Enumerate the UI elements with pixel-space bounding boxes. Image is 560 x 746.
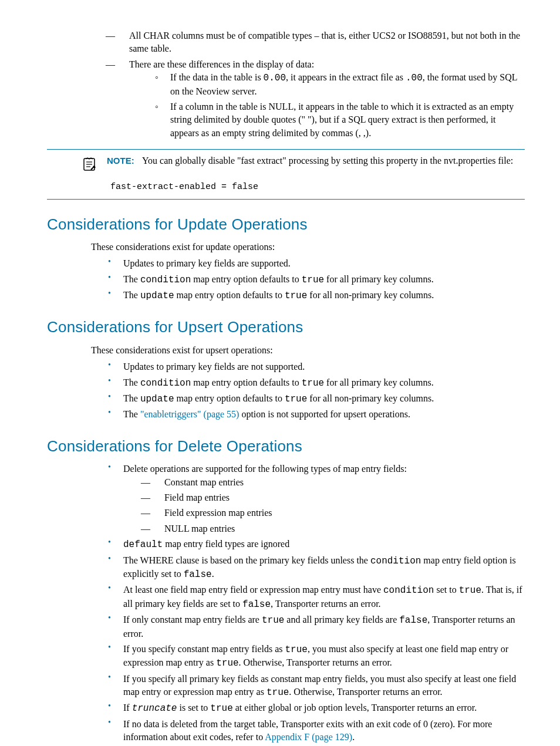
list-item: Updates to primary key fields are suppor… bbox=[106, 257, 525, 270]
text: Delete operations are supported for the … bbox=[123, 464, 407, 474]
text: You can globally disable "fast extract" … bbox=[142, 156, 513, 166]
code: condition bbox=[140, 275, 191, 285]
list-item: The "enabletriggers" (page 55) option is… bbox=[106, 408, 525, 421]
text: map entry option defaults to bbox=[174, 290, 284, 300]
text: . bbox=[352, 732, 355, 742]
list-item: The WHERE clause is based on the primary… bbox=[106, 554, 525, 582]
list-item: All CHAR columns must be of compatible t… bbox=[106, 29, 525, 56]
code: update bbox=[140, 291, 174, 301]
text: If only constant map entry fields are bbox=[123, 615, 262, 625]
text: , Transporter returns an error. bbox=[271, 599, 381, 609]
text: There are these differences in the displ… bbox=[129, 59, 314, 69]
text: map entry option defaults to bbox=[191, 377, 301, 387]
list-item: The update map entry option defaults to … bbox=[106, 289, 525, 302]
top-dash-list: All CHAR columns must be of compatible t… bbox=[106, 29, 525, 140]
list-item: The condition map entry option defaults … bbox=[106, 273, 525, 286]
code: truncate bbox=[132, 703, 177, 714]
paragraph: These considerations exist for update op… bbox=[91, 241, 525, 254]
note-box: NOTE: You can globally disable "fast ext… bbox=[47, 149, 525, 199]
text: The WHERE clause is based on the primary… bbox=[123, 555, 370, 565]
text: option is not supported for upsert opera… bbox=[239, 409, 410, 419]
code: true bbox=[216, 658, 238, 669]
heading-upsert-ops: Considerations for Upsert Operations bbox=[47, 316, 525, 337]
inner-dash-list: Constant map entries Field map entries F… bbox=[141, 476, 525, 536]
note-text: NOTE: You can globally disable "fast ext… bbox=[107, 154, 525, 167]
code: true bbox=[266, 687, 289, 698]
text: The bbox=[123, 274, 140, 284]
code: false bbox=[399, 615, 427, 626]
note-label: NOTE: bbox=[107, 156, 134, 166]
text: NULL map entries bbox=[164, 524, 235, 534]
code: default bbox=[123, 539, 163, 550]
text: Field map entries bbox=[164, 492, 230, 502]
text: If the data in the table is bbox=[170, 72, 264, 82]
code: true bbox=[210, 703, 232, 714]
text: Updates to primary key fields are suppor… bbox=[123, 258, 291, 268]
list-item: Delete operations are supported for the … bbox=[106, 463, 525, 535]
text: and all primary key fields are bbox=[284, 615, 399, 625]
text: is set to bbox=[177, 703, 210, 713]
list-item: If the data in the table is 0.00, it app… bbox=[153, 71, 525, 98]
code: true bbox=[262, 615, 284, 626]
text: Updates to primary key fields are not su… bbox=[123, 362, 305, 372]
heading-delete-ops: Considerations for Delete Operations bbox=[47, 436, 525, 457]
link-appendix-f[interactable]: Appendix F (page 129) bbox=[265, 732, 352, 742]
text: At least one field map entry field or ex… bbox=[123, 585, 383, 595]
code: true bbox=[285, 644, 307, 655]
text: set to bbox=[434, 585, 458, 595]
text: . Otherwise, Transporter returns an erro… bbox=[239, 657, 392, 667]
text: If bbox=[123, 703, 132, 713]
list-item: If no data is deleted from the target ta… bbox=[106, 718, 525, 744]
code: true bbox=[302, 275, 324, 285]
list-item: The update map entry option defaults to … bbox=[106, 392, 525, 406]
list-item: There are these differences in the displ… bbox=[106, 58, 525, 140]
ring-list: If the data in the table is 0.00, it app… bbox=[153, 71, 525, 140]
text: for all non-primary key columns. bbox=[307, 290, 434, 300]
note-code: fast-extract-enabled = false bbox=[110, 181, 525, 193]
list-item: At least one field map entry field or ex… bbox=[106, 583, 525, 611]
list-item: NULL map entries bbox=[141, 522, 525, 535]
list-item: If you specify constant map entry fields… bbox=[106, 643, 525, 670]
code: update bbox=[140, 394, 174, 404]
note-icon bbox=[82, 157, 97, 175]
list-item: Constant map entries bbox=[141, 476, 525, 489]
code: 0.00 bbox=[264, 73, 286, 83]
code: condition bbox=[383, 585, 434, 596]
list-item: If only constant map entry fields are tr… bbox=[106, 613, 525, 640]
bullet-list: Delete operations are supported for the … bbox=[106, 463, 525, 744]
text: If you specify constant map entry fields… bbox=[123, 644, 285, 654]
link-enabletriggers[interactable]: "enabletriggers" (page 55) bbox=[140, 409, 239, 419]
text: , it appears in the extract file as bbox=[286, 72, 406, 82]
text: . bbox=[212, 569, 214, 579]
text: The bbox=[123, 393, 140, 403]
list-item: Field expression map entries bbox=[141, 507, 525, 519]
list-item: Updates to primary key fields are not su… bbox=[106, 360, 525, 373]
list-item: The condition map entry option defaults … bbox=[106, 376, 525, 390]
text: at either global or job option levels, T… bbox=[233, 703, 477, 713]
text: The bbox=[123, 377, 140, 387]
text: The bbox=[123, 290, 140, 300]
text: Field expression map entries bbox=[164, 508, 272, 518]
code: true bbox=[302, 378, 324, 389]
text: The bbox=[123, 409, 140, 419]
text: for all primary key columns. bbox=[324, 274, 434, 284]
text: map entry option defaults to bbox=[174, 393, 284, 403]
text: for all primary key columns. bbox=[324, 377, 434, 387]
list-item: Field map entries bbox=[141, 491, 525, 504]
list-item: default map entry field types are ignore… bbox=[106, 538, 525, 551]
code: true bbox=[459, 585, 481, 596]
code: true bbox=[285, 394, 307, 404]
code: condition bbox=[140, 378, 191, 389]
heading-update-ops: Considerations for Update Operations bbox=[47, 214, 525, 235]
bullet-list: Updates to primary key fields are suppor… bbox=[106, 257, 525, 302]
bullet-list: Updates to primary key fields are not su… bbox=[106, 360, 525, 421]
code: .00 bbox=[406, 73, 423, 83]
list-item: If a column in the table is NULL, it app… bbox=[153, 100, 525, 140]
code: true bbox=[285, 291, 307, 301]
text: map entry field types are ignored bbox=[163, 539, 289, 549]
text: for all non-primary key columns. bbox=[307, 393, 434, 403]
code: false bbox=[242, 599, 271, 610]
paragraph: These considerations exist for upsert op… bbox=[91, 344, 525, 357]
text: Constant map entries bbox=[164, 477, 244, 487]
code: condition bbox=[370, 556, 421, 566]
